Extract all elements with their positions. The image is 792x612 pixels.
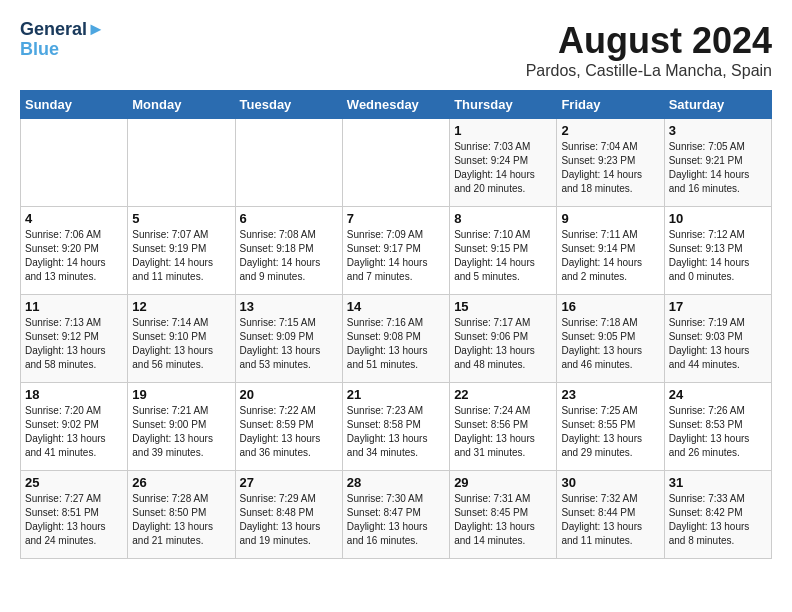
day-number: 14 [347,299,445,314]
day-number: 24 [669,387,767,402]
day-info: Sunrise: 7:05 AM Sunset: 9:21 PM Dayligh… [669,140,767,196]
location: Pardos, Castille-La Mancha, Spain [526,62,772,80]
day-info: Sunrise: 7:25 AM Sunset: 8:55 PM Dayligh… [561,404,659,460]
day-info: Sunrise: 7:12 AM Sunset: 9:13 PM Dayligh… [669,228,767,284]
calendar-day-cell: 19Sunrise: 7:21 AM Sunset: 9:00 PM Dayli… [128,383,235,471]
day-number: 29 [454,475,552,490]
day-number: 27 [240,475,338,490]
day-number: 19 [132,387,230,402]
calendar-day-cell: 16Sunrise: 7:18 AM Sunset: 9:05 PM Dayli… [557,295,664,383]
day-number: 10 [669,211,767,226]
weekday-header: Thursday [450,91,557,119]
day-number: 21 [347,387,445,402]
calendar-day-cell: 25Sunrise: 7:27 AM Sunset: 8:51 PM Dayli… [21,471,128,559]
day-info: Sunrise: 7:26 AM Sunset: 8:53 PM Dayligh… [669,404,767,460]
calendar-day-cell: 9Sunrise: 7:11 AM Sunset: 9:14 PM Daylig… [557,207,664,295]
calendar-day-cell: 13Sunrise: 7:15 AM Sunset: 9:09 PM Dayli… [235,295,342,383]
day-info: Sunrise: 7:20 AM Sunset: 9:02 PM Dayligh… [25,404,123,460]
day-info: Sunrise: 7:08 AM Sunset: 9:18 PM Dayligh… [240,228,338,284]
day-info: Sunrise: 7:24 AM Sunset: 8:56 PM Dayligh… [454,404,552,460]
day-number: 18 [25,387,123,402]
day-number: 28 [347,475,445,490]
day-info: Sunrise: 7:17 AM Sunset: 9:06 PM Dayligh… [454,316,552,372]
calendar-day-cell: 23Sunrise: 7:25 AM Sunset: 8:55 PM Dayli… [557,383,664,471]
calendar-day-cell: 30Sunrise: 7:32 AM Sunset: 8:44 PM Dayli… [557,471,664,559]
day-number: 6 [240,211,338,226]
calendar-day-cell: 24Sunrise: 7:26 AM Sunset: 8:53 PM Dayli… [664,383,771,471]
day-number: 15 [454,299,552,314]
weekday-header: Saturday [664,91,771,119]
day-info: Sunrise: 7:19 AM Sunset: 9:03 PM Dayligh… [669,316,767,372]
calendar-table: SundayMondayTuesdayWednesdayThursdayFrid… [20,90,772,559]
day-number: 4 [25,211,123,226]
logo-text: General►Blue [20,20,105,60]
title-block: August 2024 Pardos, Castille-La Mancha, … [526,20,772,80]
day-number: 17 [669,299,767,314]
day-info: Sunrise: 7:28 AM Sunset: 8:50 PM Dayligh… [132,492,230,548]
day-info: Sunrise: 7:27 AM Sunset: 8:51 PM Dayligh… [25,492,123,548]
calendar-day-cell: 8Sunrise: 7:10 AM Sunset: 9:15 PM Daylig… [450,207,557,295]
calendar-day-cell: 31Sunrise: 7:33 AM Sunset: 8:42 PM Dayli… [664,471,771,559]
day-info: Sunrise: 7:03 AM Sunset: 9:24 PM Dayligh… [454,140,552,196]
day-info: Sunrise: 7:30 AM Sunset: 8:47 PM Dayligh… [347,492,445,548]
calendar-day-cell: 1Sunrise: 7:03 AM Sunset: 9:24 PM Daylig… [450,119,557,207]
calendar-day-cell [21,119,128,207]
day-number: 5 [132,211,230,226]
calendar-day-cell: 7Sunrise: 7:09 AM Sunset: 9:17 PM Daylig… [342,207,449,295]
day-number: 7 [347,211,445,226]
calendar-week-row: 4Sunrise: 7:06 AM Sunset: 9:20 PM Daylig… [21,207,772,295]
day-number: 2 [561,123,659,138]
calendar-day-cell: 2Sunrise: 7:04 AM Sunset: 9:23 PM Daylig… [557,119,664,207]
calendar-day-cell [128,119,235,207]
day-info: Sunrise: 7:32 AM Sunset: 8:44 PM Dayligh… [561,492,659,548]
day-number: 13 [240,299,338,314]
day-info: Sunrise: 7:31 AM Sunset: 8:45 PM Dayligh… [454,492,552,548]
weekday-header: Tuesday [235,91,342,119]
calendar-body: 1Sunrise: 7:03 AM Sunset: 9:24 PM Daylig… [21,119,772,559]
calendar-day-cell: 15Sunrise: 7:17 AM Sunset: 9:06 PM Dayli… [450,295,557,383]
calendar-day-cell: 4Sunrise: 7:06 AM Sunset: 9:20 PM Daylig… [21,207,128,295]
day-number: 1 [454,123,552,138]
day-number: 26 [132,475,230,490]
day-number: 30 [561,475,659,490]
calendar-day-cell: 3Sunrise: 7:05 AM Sunset: 9:21 PM Daylig… [664,119,771,207]
day-info: Sunrise: 7:07 AM Sunset: 9:19 PM Dayligh… [132,228,230,284]
calendar-day-cell: 12Sunrise: 7:14 AM Sunset: 9:10 PM Dayli… [128,295,235,383]
calendar-week-row: 1Sunrise: 7:03 AM Sunset: 9:24 PM Daylig… [21,119,772,207]
calendar-week-row: 11Sunrise: 7:13 AM Sunset: 9:12 PM Dayli… [21,295,772,383]
day-number: 25 [25,475,123,490]
day-info: Sunrise: 7:10 AM Sunset: 9:15 PM Dayligh… [454,228,552,284]
calendar-day-cell: 18Sunrise: 7:20 AM Sunset: 9:02 PM Dayli… [21,383,128,471]
day-number: 31 [669,475,767,490]
calendar-day-cell: 22Sunrise: 7:24 AM Sunset: 8:56 PM Dayli… [450,383,557,471]
day-number: 16 [561,299,659,314]
day-number: 20 [240,387,338,402]
calendar-day-cell: 10Sunrise: 7:12 AM Sunset: 9:13 PM Dayli… [664,207,771,295]
day-number: 22 [454,387,552,402]
day-info: Sunrise: 7:22 AM Sunset: 8:59 PM Dayligh… [240,404,338,460]
calendar-header-row: SundayMondayTuesdayWednesdayThursdayFrid… [21,91,772,119]
calendar-day-cell: 27Sunrise: 7:29 AM Sunset: 8:48 PM Dayli… [235,471,342,559]
day-info: Sunrise: 7:29 AM Sunset: 8:48 PM Dayligh… [240,492,338,548]
logo: General►Blue [20,20,105,60]
calendar-week-row: 25Sunrise: 7:27 AM Sunset: 8:51 PM Dayli… [21,471,772,559]
calendar-day-cell: 6Sunrise: 7:08 AM Sunset: 9:18 PM Daylig… [235,207,342,295]
calendar-week-row: 18Sunrise: 7:20 AM Sunset: 9:02 PM Dayli… [21,383,772,471]
day-info: Sunrise: 7:16 AM Sunset: 9:08 PM Dayligh… [347,316,445,372]
day-number: 3 [669,123,767,138]
day-info: Sunrise: 7:06 AM Sunset: 9:20 PM Dayligh… [25,228,123,284]
calendar-day-cell: 29Sunrise: 7:31 AM Sunset: 8:45 PM Dayli… [450,471,557,559]
day-info: Sunrise: 7:13 AM Sunset: 9:12 PM Dayligh… [25,316,123,372]
calendar-day-cell: 26Sunrise: 7:28 AM Sunset: 8:50 PM Dayli… [128,471,235,559]
weekday-header: Wednesday [342,91,449,119]
calendar-day-cell [342,119,449,207]
day-info: Sunrise: 7:18 AM Sunset: 9:05 PM Dayligh… [561,316,659,372]
calendar-day-cell [235,119,342,207]
calendar-day-cell: 17Sunrise: 7:19 AM Sunset: 9:03 PM Dayli… [664,295,771,383]
weekday-header: Friday [557,91,664,119]
page-header: General►Blue August 2024 Pardos, Castill… [20,20,772,80]
day-number: 11 [25,299,123,314]
weekday-header: Monday [128,91,235,119]
calendar-day-cell: 21Sunrise: 7:23 AM Sunset: 8:58 PM Dayli… [342,383,449,471]
day-info: Sunrise: 7:14 AM Sunset: 9:10 PM Dayligh… [132,316,230,372]
